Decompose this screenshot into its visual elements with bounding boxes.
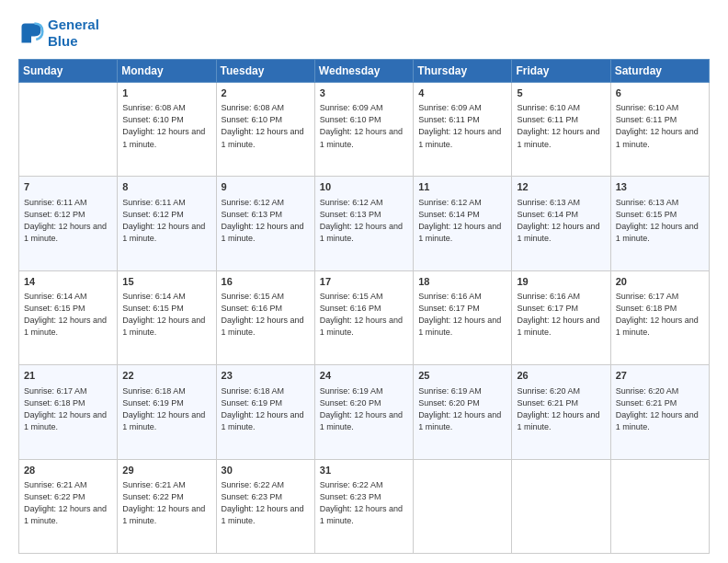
calendar-week-5: 28Sunrise: 6:21 AM Sunset: 6:22 PM Dayli… [19, 459, 710, 553]
day-info: Sunrise: 6:18 AM Sunset: 6:19 PM Dayligh… [122, 385, 210, 433]
calendar-cell [19, 83, 118, 177]
day-info: Sunrise: 6:08 AM Sunset: 6:10 PM Dayligh… [122, 102, 210, 150]
day-number: 24 [320, 369, 408, 383]
day-info: Sunrise: 6:15 AM Sunset: 6:16 PM Dayligh… [320, 291, 408, 339]
day-info: Sunrise: 6:20 AM Sunset: 6:21 PM Dayligh… [616, 385, 704, 433]
day-number: 26 [517, 369, 605, 383]
calendar-table: SundayMondayTuesdayWednesdayThursdayFrid… [18, 59, 710, 554]
day-number: 28 [24, 464, 112, 477]
calendar-cell: 26Sunrise: 6:20 AM Sunset: 6:21 PM Dayli… [512, 365, 610, 459]
calendar-cell: 27Sunrise: 6:20 AM Sunset: 6:21 PM Dayli… [610, 365, 709, 459]
day-info: Sunrise: 6:21 AM Sunset: 6:22 PM Dayligh… [122, 479, 210, 527]
day-info: Sunrise: 6:12 AM Sunset: 6:13 PM Dayligh… [320, 197, 408, 245]
day-number: 27 [616, 369, 704, 383]
day-info: Sunrise: 6:10 AM Sunset: 6:11 PM Dayligh… [616, 102, 704, 150]
day-number: 3 [320, 86, 408, 100]
calendar-cell: 16Sunrise: 6:15 AM Sunset: 6:16 PM Dayli… [216, 270, 314, 364]
day-number: 6 [616, 86, 704, 100]
calendar-cell: 21Sunrise: 6:17 AM Sunset: 6:18 PM Dayli… [19, 365, 118, 459]
day-info: Sunrise: 6:20 AM Sunset: 6:21 PM Dayligh… [517, 385, 605, 433]
calendar-cell: 9Sunrise: 6:12 AM Sunset: 6:13 PM Daylig… [216, 177, 314, 270]
header: General Blue [18, 17, 710, 50]
calendar-week-3: 14Sunrise: 6:14 AM Sunset: 6:15 PM Dayli… [19, 270, 710, 364]
calendar-cell: 25Sunrise: 6:19 AM Sunset: 6:20 PM Dayli… [414, 365, 512, 459]
day-info: Sunrise: 6:13 AM Sunset: 6:15 PM Dayligh… [616, 197, 704, 245]
calendar-week-2: 7Sunrise: 6:11 AM Sunset: 6:12 PM Daylig… [19, 177, 710, 270]
calendar-cell: 5Sunrise: 6:10 AM Sunset: 6:11 PM Daylig… [512, 83, 610, 177]
calendar-cell: 14Sunrise: 6:14 AM Sunset: 6:15 PM Dayli… [19, 270, 118, 364]
calendar-cell: 12Sunrise: 6:13 AM Sunset: 6:14 PM Dayli… [512, 177, 610, 270]
day-info: Sunrise: 6:16 AM Sunset: 6:17 PM Dayligh… [418, 291, 506, 339]
calendar-header-thursday: Thursday [414, 60, 512, 83]
calendar-header-tuesday: Tuesday [216, 60, 314, 83]
day-info: Sunrise: 6:22 AM Sunset: 6:23 PM Dayligh… [222, 479, 310, 527]
calendar-header-friday: Friday [512, 60, 610, 83]
day-number: 5 [517, 86, 605, 100]
day-number: 8 [122, 180, 210, 194]
calendar-week-1: 1Sunrise: 6:08 AM Sunset: 6:10 PM Daylig… [19, 83, 710, 177]
day-info: Sunrise: 6:12 AM Sunset: 6:14 PM Dayligh… [418, 197, 506, 245]
day-number: 18 [418, 275, 506, 289]
calendar-cell: 15Sunrise: 6:14 AM Sunset: 6:15 PM Dayli… [118, 270, 216, 364]
day-info: Sunrise: 6:10 AM Sunset: 6:11 PM Dayligh… [517, 102, 605, 150]
calendar-cell: 8Sunrise: 6:11 AM Sunset: 6:12 PM Daylig… [118, 177, 216, 270]
logo: General Blue [18, 17, 99, 50]
day-info: Sunrise: 6:11 AM Sunset: 6:12 PM Dayligh… [24, 197, 112, 245]
logo-icon [18, 20, 44, 46]
calendar-cell: 29Sunrise: 6:21 AM Sunset: 6:22 PM Dayli… [118, 459, 216, 553]
calendar-cell: 3Sunrise: 6:09 AM Sunset: 6:10 PM Daylig… [314, 83, 413, 177]
calendar-cell: 24Sunrise: 6:19 AM Sunset: 6:20 PM Dayli… [314, 365, 413, 459]
calendar-header-monday: Monday [118, 60, 216, 83]
day-info: Sunrise: 6:11 AM Sunset: 6:12 PM Dayligh… [122, 197, 210, 245]
calendar-cell: 20Sunrise: 6:17 AM Sunset: 6:18 PM Dayli… [610, 270, 709, 364]
day-number: 22 [122, 369, 210, 383]
calendar-cell: 18Sunrise: 6:16 AM Sunset: 6:17 PM Dayli… [414, 270, 512, 364]
calendar-header-sunday: Sunday [19, 60, 118, 83]
calendar-cell: 31Sunrise: 6:22 AM Sunset: 6:23 PM Dayli… [314, 459, 413, 553]
calendar-cell: 23Sunrise: 6:18 AM Sunset: 6:19 PM Dayli… [216, 365, 314, 459]
logo-text: General Blue [48, 17, 99, 50]
day-number: 12 [517, 180, 605, 194]
day-info: Sunrise: 6:22 AM Sunset: 6:23 PM Dayligh… [320, 479, 408, 527]
day-number: 29 [122, 464, 210, 477]
calendar-cell: 10Sunrise: 6:12 AM Sunset: 6:13 PM Dayli… [314, 177, 413, 270]
day-info: Sunrise: 6:13 AM Sunset: 6:14 PM Dayligh… [517, 197, 605, 245]
day-number: 30 [222, 464, 310, 477]
calendar-cell: 30Sunrise: 6:22 AM Sunset: 6:23 PM Dayli… [216, 459, 314, 553]
calendar-cell: 2Sunrise: 6:08 AM Sunset: 6:10 PM Daylig… [216, 83, 314, 177]
calendar-cell [414, 459, 512, 553]
day-info: Sunrise: 6:17 AM Sunset: 6:18 PM Dayligh… [24, 385, 112, 433]
day-number: 14 [24, 275, 112, 289]
day-info: Sunrise: 6:16 AM Sunset: 6:17 PM Dayligh… [517, 291, 605, 339]
day-number: 2 [222, 86, 310, 100]
calendar-cell: 7Sunrise: 6:11 AM Sunset: 6:12 PM Daylig… [19, 177, 118, 270]
day-number: 31 [320, 464, 408, 477]
day-number: 11 [418, 180, 506, 194]
calendar-cell: 1Sunrise: 6:08 AM Sunset: 6:10 PM Daylig… [118, 83, 216, 177]
day-info: Sunrise: 6:09 AM Sunset: 6:11 PM Dayligh… [418, 102, 506, 150]
calendar-cell: 6Sunrise: 6:10 AM Sunset: 6:11 PM Daylig… [610, 83, 709, 177]
calendar-cell [610, 459, 709, 553]
day-info: Sunrise: 6:19 AM Sunset: 6:20 PM Dayligh… [418, 385, 506, 433]
day-number: 23 [222, 369, 310, 383]
day-number: 10 [320, 180, 408, 194]
day-number: 21 [24, 369, 112, 383]
day-info: Sunrise: 6:18 AM Sunset: 6:19 PM Dayligh… [222, 385, 310, 433]
day-number: 9 [222, 180, 310, 194]
day-info: Sunrise: 6:14 AM Sunset: 6:15 PM Dayligh… [122, 291, 210, 339]
page: General Blue SundayMondayTuesdayWednesda… [0, 0, 728, 563]
day-info: Sunrise: 6:09 AM Sunset: 6:10 PM Dayligh… [320, 102, 408, 150]
day-number: 7 [24, 180, 112, 194]
day-info: Sunrise: 6:14 AM Sunset: 6:15 PM Dayligh… [24, 291, 112, 339]
day-number: 13 [616, 180, 704, 194]
day-number: 1 [122, 86, 210, 100]
day-info: Sunrise: 6:19 AM Sunset: 6:20 PM Dayligh… [320, 385, 408, 433]
calendar-cell: 11Sunrise: 6:12 AM Sunset: 6:14 PM Dayli… [414, 177, 512, 270]
day-info: Sunrise: 6:15 AM Sunset: 6:16 PM Dayligh… [222, 291, 310, 339]
calendar-week-4: 21Sunrise: 6:17 AM Sunset: 6:18 PM Dayli… [19, 365, 710, 459]
day-number: 19 [517, 275, 605, 289]
day-info: Sunrise: 6:12 AM Sunset: 6:13 PM Dayligh… [222, 197, 310, 245]
calendar-cell: 19Sunrise: 6:16 AM Sunset: 6:17 PM Dayli… [512, 270, 610, 364]
day-number: 4 [418, 86, 506, 100]
day-number: 16 [222, 275, 310, 289]
